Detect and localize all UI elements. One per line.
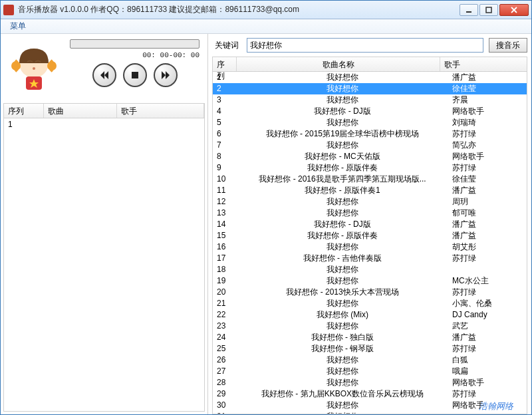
col-idx[interactable]: 序列 [4,104,44,118]
menu-main[interactable]: 菜单 [5,19,31,33]
result-row[interactable]: 12我好想你周玥 [213,196,527,208]
playlist-row[interactable]: 1 [4,118,204,130]
result-row[interactable]: 27我好想你哦扁 [213,366,527,377]
search-row: 关键词 搜音乐 [212,38,527,53]
result-row[interactable]: 24我好想你 - 独白版潘广益 [213,332,527,343]
result-row[interactable]: 31我好想你 [213,411,527,414]
svg-point-4 [11,61,21,70]
result-row[interactable]: 13我好想你郁可唯 [213,208,527,219]
result-row[interactable]: 11我好想你 - 原版伴奏1潘广益 [213,185,527,196]
result-row[interactable]: 4我好想你 - DJ版网络歌手 [213,106,527,117]
result-row[interactable]: 28我好想你网络歌手 [213,377,527,388]
col-artist[interactable]: 歌手 [117,104,204,118]
result-row[interactable]: 5我好想你刘瑞琦 [213,117,527,128]
col-name[interactable]: 歌曲名称 [237,57,440,71]
svg-point-3 [33,67,35,70]
content: 00: 00-00: 00 序列 歌曲 歌手 1 关 [1,34,531,414]
col-song[interactable]: 歌曲 [44,104,117,118]
result-row[interactable]: 21我好想你小寓、伦桑 [213,298,527,309]
result-row[interactable]: 2我好想你徐佳莹 [213,83,527,94]
result-row[interactable]: 29我好想你 - 第九届KKBOX数位音乐风云榜现场苏打绿 [213,388,527,400]
result-row[interactable]: 8我好想你 - MC天佑版网络歌手 [213,151,527,162]
result-row[interactable]: 7我好想你简弘亦 [213,140,527,151]
result-row[interactable]: 15我好想你 - 原版伴奏潘广益 [213,230,527,241]
progress-bar[interactable] [70,39,200,49]
result-row[interactable]: 20我好想你 - 2013快乐大本营现场苏打绿 [213,287,527,298]
stop-button[interactable] [123,63,147,87]
window-title: 音乐播放器 v1.0.0.0 作者QQ：896111733 建议提交邮箱：896… [18,4,460,15]
close-button[interactable] [499,4,529,16]
result-row[interactable]: 18我好想你 [213,264,527,275]
search-input[interactable] [247,38,483,53]
minimize-button[interactable] [460,4,478,16]
svg-rect-1 [486,7,491,13]
result-row[interactable]: 22我好想你 (Mix)DJ Candy [213,309,527,321]
result-row[interactable]: 1我好想你潘广益 [213,72,527,83]
playlist: 序列 歌曲 歌手 1 [3,103,205,412]
search-label: 关键词 [212,40,241,51]
results: 序列 歌曲名称 歌手 1我好想你潘广益2我好想你徐佳莹3我好想你齐晨4我好想你 … [212,57,527,414]
result-row[interactable]: 19我好想你MC水公主 [213,275,527,287]
result-row[interactable]: 14我好想你 - DJ版潘广益 [213,219,527,230]
app-window: 音乐播放器 v1.0.0.0 作者QQ：896111733 建议提交邮箱：896… [0,0,532,415]
playlist-body[interactable]: 1 [4,118,204,411]
left-panel: 00: 00-00: 00 序列 歌曲 歌手 1 [1,34,208,414]
svg-point-5 [47,61,57,70]
col-artist[interactable]: 歌手 [440,57,527,71]
svg-rect-8 [132,72,138,78]
search-button[interactable]: 搜音乐 [489,38,527,53]
window-buttons [460,4,529,16]
col-idx[interactable]: 序列 [213,57,237,71]
menubar: 菜单 [1,19,531,34]
playlist-header: 序列 歌曲 歌手 [4,104,204,118]
result-row[interactable]: 9我好想你 - 原版伴奏苏打绿 [213,162,527,174]
result-row[interactable]: 30我好想你网络歌手 [213,400,527,411]
results-header: 序列 歌曲名称 歌手 [213,57,527,72]
result-row[interactable]: 10我好想你 - 2016我是歌手第四季第五期现场版...徐佳莹 [213,174,527,185]
result-row[interactable]: 6我好想你 - 2015第19届全球华语榜中榜现场苏打绿 [213,128,527,140]
result-row[interactable]: 23我好想你武艺 [213,321,527,332]
titlebar[interactable]: 音乐播放器 v1.0.0.0 作者QQ：896111733 建议提交邮箱：896… [1,1,531,19]
time-display: 00: 00-00: 00 [70,51,200,62]
result-row[interactable]: 3我好想你齐晨 [213,94,527,106]
result-row[interactable]: 26我好想你白狐 [213,354,527,366]
result-row[interactable]: 17我好想你 - 吉他伴奏版苏打绿 [213,253,527,264]
result-row[interactable]: 16我好想你胡艾彤 [213,241,527,253]
next-button[interactable] [154,63,178,87]
app-icon [3,5,14,15]
prev-button[interactable] [92,63,116,87]
player-section: 00: 00-00: 00 [3,37,205,98]
maximize-button[interactable] [479,4,498,16]
svg-rect-0 [466,11,471,13]
right-panel: 关键词 搜音乐 序列 歌曲名称 歌手 1我好想你潘广益2我好想你徐佳莹3我好想你… [208,34,531,414]
player-controls: 00: 00-00: 00 [65,37,205,98]
results-body[interactable]: 1我好想你潘广益2我好想你徐佳莹3我好想你齐晨4我好想你 - DJ版网络歌手5我… [213,72,527,414]
result-row[interactable]: 25我好想你 - 钢琴版苏打绿 [213,343,527,354]
avatar-icon [3,37,65,98]
